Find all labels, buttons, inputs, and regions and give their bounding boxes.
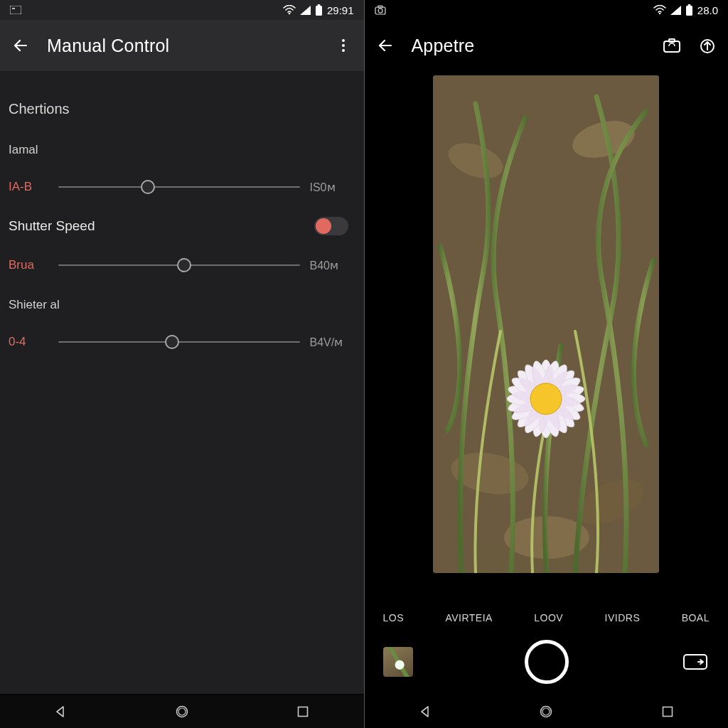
iso-slider[interactable] [58, 178, 300, 196]
slider-row-iso: IA-B IS0ᴍ [9, 178, 348, 196]
mode-item[interactable]: BOAL [682, 612, 710, 623]
nav-home-icon[interactable] [173, 703, 191, 720]
svg-rect-0 [10, 6, 21, 14]
more-icon[interactable] [334, 36, 353, 55]
camera-flip-icon[interactable] [681, 651, 710, 673]
signal-icon [300, 6, 311, 15]
phone-manual-control: 29:91 Manual Control Chertions Iamal IA-… [0, 0, 365, 728]
viewfinder-image [433, 75, 659, 573]
shutter-speed-label: Shutter Speed [9, 218, 314, 234]
back-icon[interactable] [11, 36, 30, 55]
upload-icon[interactable] [698, 36, 717, 55]
slider-label: IA-B [9, 180, 48, 194]
nav-bar [365, 694, 729, 728]
battery-icon [315, 4, 323, 16]
svg-point-5 [342, 39, 345, 42]
svg-rect-1 [12, 8, 15, 9]
slider-value: IS0ᴍ [310, 181, 348, 194]
svg-point-48 [542, 708, 550, 715]
battery-icon [685, 4, 693, 16]
status-time: 28.0 [697, 4, 718, 16]
slider-label: Brua [9, 258, 48, 272]
settings-body: Chertions Iamal IA-B IS0ᴍ Shutter Speed … [0, 71, 364, 694]
svg-rect-3 [316, 6, 322, 16]
signal-icon [670, 6, 681, 15]
svg-point-12 [378, 9, 382, 13]
svg-rect-49 [663, 707, 672, 716]
viewfinder[interactable] [365, 71, 729, 606]
svg-point-2 [289, 13, 291, 15]
nav-back-icon[interactable] [417, 703, 434, 720]
status-bar: 28.0 [365, 0, 729, 20]
shutter-speed-row: Shutter Speed [9, 217, 348, 235]
sub-heading-1: Iamal [9, 143, 348, 157]
svg-rect-16 [687, 4, 690, 6]
shutter-speed-toggle[interactable] [314, 217, 348, 235]
svg-point-9 [178, 708, 186, 715]
svg-point-6 [342, 44, 345, 47]
back-icon[interactable] [376, 36, 395, 55]
svg-point-7 [342, 49, 345, 52]
svg-point-14 [658, 13, 660, 15]
slider-row-04: 0-4 B4V/ᴍ [9, 333, 348, 350]
app-bar: Appetre [365, 20, 729, 71]
camera-status-icon [375, 5, 386, 15]
mode-strip: LOS AVIRTEIA LOOV IVIDRS BOAL [365, 606, 729, 630]
nav-back-icon[interactable] [52, 703, 69, 720]
svg-rect-15 [686, 6, 692, 16]
status-bar: 29:91 [0, 0, 364, 20]
mode-item[interactable]: LOS [383, 612, 405, 623]
mode-item[interactable]: IVIDRS [605, 612, 641, 623]
status-left-icon [10, 6, 21, 14]
mode-item[interactable]: AVIRTEIA [445, 612, 493, 623]
slider-value: B40ᴍ [310, 259, 348, 272]
mode-item[interactable]: LOOV [534, 612, 563, 623]
slider-label: 0-4 [9, 335, 48, 349]
svg-rect-10 [299, 707, 308, 716]
gallery-thumbnail[interactable] [383, 647, 413, 677]
nav-home-icon[interactable] [537, 703, 555, 720]
sub-heading-2: Shieter al [9, 298, 348, 312]
nav-recent-icon[interactable] [659, 703, 676, 720]
phone-camera: 28.0 Appetre [365, 0, 729, 728]
nav-recent-icon[interactable] [294, 703, 311, 720]
shutter-bar [365, 630, 729, 694]
page-title: Manual Control [47, 36, 169, 56]
brua-slider[interactable] [58, 257, 300, 274]
slider-04[interactable] [58, 333, 300, 350]
wifi-icon [653, 5, 666, 15]
camera-switch-icon[interactable] [663, 36, 681, 55]
section-heading: Chertions [9, 101, 348, 117]
slider-row-brua: Brua B40ᴍ [9, 257, 348, 274]
page-title: Appetre [412, 36, 475, 56]
slider-value: B4V/ᴍ [310, 336, 348, 349]
shutter-button[interactable] [525, 640, 569, 684]
camera-body: LOS AVIRTEIA LOOV IVIDRS BOAL [365, 71, 729, 694]
wifi-icon [283, 5, 296, 15]
status-time: 29:91 [327, 4, 354, 16]
app-bar: Manual Control [0, 20, 364, 71]
nav-bar [0, 694, 364, 728]
svg-rect-4 [317, 4, 320, 6]
